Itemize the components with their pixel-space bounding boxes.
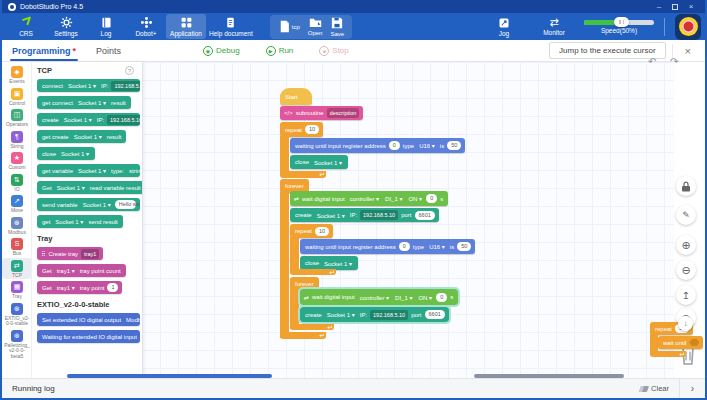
palette-block[interactable]: getSocket 1 ▾send result	[37, 215, 123, 228]
block-dropdown[interactable]: Socket 1 ▾	[315, 212, 347, 219]
block-dropdown[interactable]: Socket 1 ▾	[72, 133, 104, 140]
clear-log-button[interactable]: Clear	[640, 384, 679, 393]
value-input[interactable]: 50	[457, 242, 471, 251]
sidebar-item-operators[interactable]: ◫Operators	[2, 107, 32, 129]
palette-block[interactable]: get connectSocket 1 ▾result	[37, 96, 131, 109]
block-dropdown[interactable]: Socket 1 ▾	[322, 260, 354, 267]
palette-block[interactable]: get createSocket 1 ▾result	[37, 130, 126, 143]
value-inset[interactable]: 192.168.5.10	[107, 115, 140, 125]
value-input[interactable]: 6601	[415, 211, 435, 220]
sidebar-item-events[interactable]: ◈Events	[2, 64, 32, 86]
sidebar-item-move[interactable]: ↗Move	[2, 193, 32, 215]
toolbar-item-settings[interactable]: Settings	[46, 14, 86, 39]
palette-block[interactable]: ⠿Create traytray1	[37, 247, 103, 260]
center-view-button[interactable]: ↥	[676, 285, 696, 305]
value-input[interactable]: 0	[389, 141, 400, 150]
toolbar-item-crs[interactable]: CRS	[6, 14, 46, 39]
start-block[interactable]: Start	[280, 88, 312, 105]
wait-digital-input-block[interactable]: ⇄wait digital inputcontroller ▾DI_1 ▾ON …	[300, 289, 458, 305]
toolbar-item-log[interactable]: Log	[86, 14, 126, 39]
value-inset[interactable]: tray1	[81, 249, 99, 259]
palette-block[interactable]: Set extended IO digital outputModbus_IO …	[37, 313, 140, 326]
block-dropdown[interactable]: ON ▾	[406, 195, 424, 202]
block-dropdown[interactable]: controller ▾	[348, 195, 381, 202]
palette-block[interactable]: Gettray1 ▾tray point1	[37, 281, 122, 294]
debug-button[interactable]: ◉ Debug	[203, 46, 240, 56]
block-dropdown[interactable]: Socket 1 ▾	[81, 201, 113, 208]
speed-slider[interactable]	[584, 20, 654, 25]
block-dropdown[interactable]: tray1 ▾	[55, 267, 77, 274]
repeat-block-header[interactable]: repeat10	[280, 122, 323, 137]
zoom-out-button[interactable]: ⊖	[676, 260, 696, 280]
block-dropdown[interactable]: ON ▾	[416, 294, 434, 301]
palette-block[interactable]: send variableSocket 1 ▾Hello world	[37, 198, 140, 211]
block-dropdown[interactable]: Socket 1 ▾	[53, 218, 85, 225]
dragged-wait-until-block[interactable]: wait until	[658, 336, 703, 349]
value-inset[interactable]: 192.168.5.10	[111, 81, 140, 91]
sidebar-item-extio-v2-0-0-stable[interactable]: ⊛EXTIO_v2-0-0-stable	[2, 301, 32, 328]
wait-register-block[interactable]: waiting until input register address0typ…	[290, 138, 465, 153]
repeat-block-header[interactable]: repeat10	[290, 224, 333, 238]
value-input[interactable]: Hello world	[115, 200, 136, 209]
block-dropdown[interactable]: U16 ▾	[427, 243, 447, 250]
block-dropdown[interactable]: Socket 1 ▾	[312, 159, 344, 166]
sidebar-item-tcp[interactable]: ⇄TCP	[2, 258, 32, 280]
value-input[interactable]: 0	[426, 194, 437, 203]
close-socket-block[interactable]: closeSocket 1 ▾	[300, 256, 358, 270]
expand-log-button[interactable]: ›	[679, 379, 705, 399]
value-inset[interactable]: 192.168.5.10	[370, 310, 408, 320]
value-input[interactable]: 0	[399, 242, 410, 251]
value-inset[interactable]: description	[327, 108, 360, 118]
sidebar-item-palletizing-v2-0-0-beta5[interactable]: ⊛Palletizing_v2-0-0-beta5	[2, 328, 32, 361]
open-button[interactable]: Open	[308, 17, 323, 36]
undo-icon[interactable]: ↶	[648, 56, 656, 67]
program-canvas[interactable]: Start</>subroutinedescriptionrepeat10wai…	[142, 62, 674, 380]
toolbar-item-help-document[interactable]: Help document	[206, 14, 256, 39]
value-input[interactable]: 6601	[425, 310, 445, 319]
save-button[interactable]: Save	[330, 17, 344, 37]
sidebar-item-io[interactable]: ⇅IO	[2, 172, 32, 194]
value-input[interactable]: 0	[436, 293, 447, 302]
close-socket-block[interactable]: closeSocket 1 ▾	[290, 155, 348, 169]
palette-block[interactable]: get variableSocket 1 ▾type:string ▾	[37, 164, 140, 177]
block-dropdown[interactable]: DI_1 ▾	[393, 294, 414, 301]
palette-block[interactable]: Gettray1 ▾tray point count	[37, 264, 126, 277]
value-input[interactable]: 10	[315, 227, 329, 236]
restore-button[interactable]	[667, 1, 683, 12]
close-window-button[interactable]: ×	[683, 1, 699, 12]
palette-block[interactable]: closeSocket 1 ▾	[37, 147, 95, 160]
value-input[interactable]: 10	[305, 125, 319, 134]
sidebar-item-tray[interactable]: ▦Tray	[2, 279, 32, 301]
block-dropdown[interactable]: Socket 1 ▾	[55, 184, 87, 191]
block-dropdown[interactable]: Socket 1 ▾	[76, 99, 108, 106]
sidebar-item-modbus[interactable]: ⊛Modbus	[2, 215, 32, 237]
sidebar-item-custom[interactable]: ★Custom	[2, 150, 32, 172]
block-dropdown[interactable]: Socket 1 ▾	[66, 82, 98, 89]
block-dropdown[interactable]: controller ▾	[358, 294, 391, 301]
zoom-in-button[interactable]: ⊕	[676, 235, 696, 255]
redo-icon[interactable]: ↷	[670, 56, 678, 67]
block-dropdown[interactable]: DI_1 ▾	[383, 195, 404, 202]
emergency-stop-button[interactable]	[675, 14, 701, 40]
block-dropdown[interactable]: Socket 1 ▾	[59, 150, 91, 157]
note-button[interactable]: ✎	[676, 205, 696, 225]
create-socket-block[interactable]: createSocket 1 ▾IP:192.168.5.10port6601	[290, 208, 439, 222]
block-dropdown[interactable]: Socket 1 ▾	[62, 116, 94, 123]
sidebar-item-control[interactable]: ▣Control	[2, 86, 32, 108]
block-dropdown[interactable]: U16 ▾	[417, 142, 437, 149]
palette-block[interactable]: createSocket 1 ▾IP:192.168.5.10	[37, 113, 140, 126]
wait-register-block[interactable]: waiting until input register address0typ…	[300, 239, 475, 254]
monitor-button[interactable]: ⇄ Monitor	[534, 14, 574, 39]
block-dropdown[interactable]: tray1 ▾	[55, 284, 77, 291]
running-log-bar[interactable]: Running log Clear ›	[2, 378, 705, 398]
sidebar-item-string[interactable]: ¶String	[2, 129, 32, 151]
value-input[interactable]: 1	[107, 283, 118, 292]
speed-slider-handle[interactable]	[614, 17, 629, 27]
block-dropdown[interactable]: Socket 1 ▾	[76, 167, 108, 174]
wait-digital-input-block[interactable]: ⇄wait digital inputcontroller ▾DI_1 ▾ON …	[290, 191, 448, 206]
block-dropdown[interactable]: Modbus_IO ▾	[124, 316, 140, 323]
jog-button[interactable]: Jog	[484, 14, 524, 39]
toolbar-item-dobot-plus[interactable]: Dobot+	[126, 14, 166, 39]
block-dropdown[interactable]: string ▾	[127, 167, 140, 174]
palette-block[interactable]: connectSocket 1 ▾IP:192.168.5.10	[37, 79, 140, 92]
